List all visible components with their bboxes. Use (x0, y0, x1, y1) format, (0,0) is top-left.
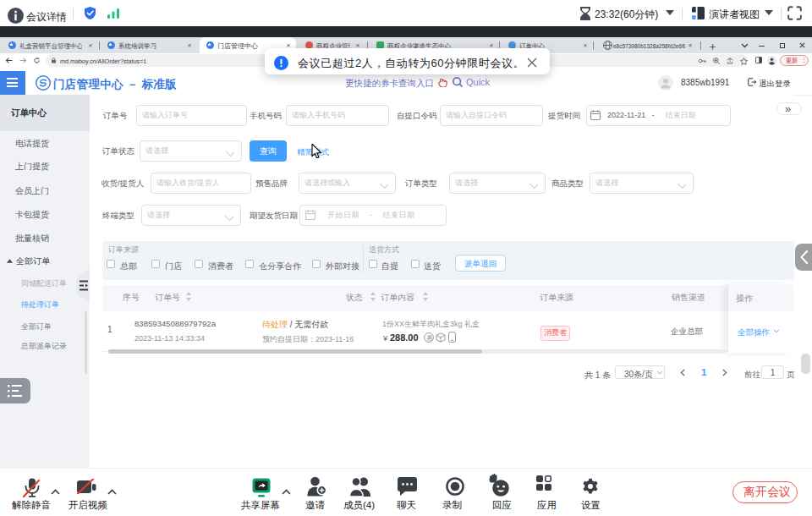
svg-text:惠: 惠 (426, 334, 433, 342)
